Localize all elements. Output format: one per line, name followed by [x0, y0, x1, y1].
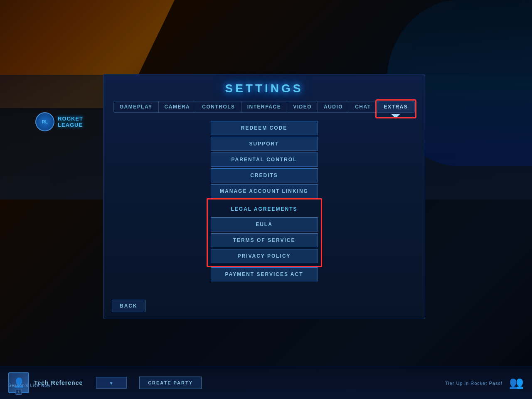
- bottom-hud-right: Tier Up in Rocket Pass! 👥: [445, 376, 524, 389]
- menu-content: REDEEM CODE SUPPORT PARENTAL CONTROL CRE…: [103, 117, 425, 295]
- legal-agreements-section: LEGAL AGREEMENTS EULA TERMS OF SERVICE P…: [208, 200, 320, 266]
- legal-agreements-header: LEGAL AGREEMENTS: [211, 202, 318, 216]
- btn-manage-account-linking[interactable]: MANAGE ACCOUNT LINKING: [211, 184, 318, 198]
- online-friends-icon[interactable]: 👥: [509, 376, 524, 389]
- tab-video[interactable]: VIDEO: [287, 101, 318, 113]
- tier-up-text: Tier Up in Rocket Pass!: [445, 381, 502, 386]
- btn-support[interactable]: SUPPORT: [211, 137, 318, 151]
- modal-title: SETTINGS: [103, 74, 425, 101]
- modal-footer: BACK: [103, 295, 425, 319]
- btn-eula[interactable]: EULA: [211, 217, 318, 232]
- settings-modal: SETTINGS GAMEPLAY CAMERA CONTROLS INTERF…: [103, 74, 425, 319]
- tab-extras[interactable]: EXTRAS: [377, 101, 415, 113]
- btn-terms-of-service[interactable]: TERMS OF SERVICE: [211, 233, 318, 247]
- back-button[interactable]: BACK: [112, 300, 145, 312]
- btn-redeem-code[interactable]: REDEEM CODE: [211, 121, 318, 135]
- player-level-badge: 1: [15, 389, 22, 395]
- tab-controls[interactable]: CONTROLS: [196, 101, 241, 113]
- tab-extras-arrow: [392, 114, 400, 118]
- btn-credits[interactable]: CREDITS: [211, 168, 318, 182]
- player-status-dropdown[interactable]: ▼: [96, 377, 127, 389]
- tab-bar: GAMEPLAY CAMERA CONTROLS INTERFACE VIDEO…: [103, 101, 425, 117]
- season-notification: Tier Up in Rocket Pass!: [445, 379, 502, 387]
- season-live-area: Season's Live Now!: [8, 381, 52, 389]
- season-live-text: Season's Live Now!: [8, 383, 52, 388]
- rl-logo-icon: RL: [42, 119, 48, 124]
- rl-logo-text: ROCKETLEAGUE: [58, 116, 83, 128]
- rl-logo-area: RL ROCKETLEAGUE: [35, 112, 83, 131]
- btn-privacy-policy[interactable]: PRIVACY POLICY: [211, 249, 318, 263]
- tab-interface[interactable]: INTERFACE: [241, 101, 287, 113]
- btn-payment-services-act[interactable]: PAYMENT SERVICES ACT: [211, 267, 318, 281]
- player-status-arrow: ▼: [109, 381, 114, 386]
- tab-audio[interactable]: AUDIO: [318, 101, 349, 113]
- rl-logo-circle: RL: [35, 112, 54, 131]
- tab-extras-wrapper: EXTRAS: [377, 101, 415, 113]
- tab-camera[interactable]: CAMERA: [158, 101, 196, 113]
- tab-chat[interactable]: CHAT: [349, 101, 377, 113]
- tab-gameplay[interactable]: GAMEPLAY: [113, 101, 158, 113]
- bottom-hud: 👤 1 Tech Reference ▼ CREATE PARTY Tier U…: [0, 366, 532, 399]
- btn-parental-control[interactable]: PARENTAL CONTROL: [211, 153, 318, 167]
- create-party-button[interactable]: CREATE PARTY: [139, 377, 202, 389]
